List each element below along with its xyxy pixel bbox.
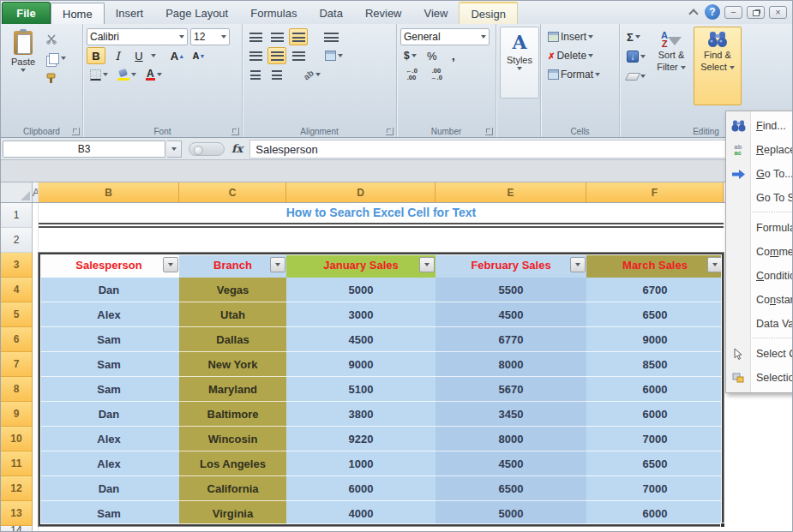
menu-item-selection-pane[interactable]: Selection Pane... [726, 366, 793, 390]
cell[interactable]: 8000 [436, 352, 586, 377]
cell[interactable]: 1000 [286, 451, 436, 476]
row-header-7[interactable]: 7 [1, 352, 33, 377]
cell-filler[interactable] [724, 501, 792, 526]
cell[interactable]: 8000 [436, 427, 586, 451]
cell[interactable]: 6000 [586, 501, 724, 526]
find-select-button[interactable]: Find & Select [694, 27, 742, 105]
cell[interactable] [33, 278, 39, 302]
increase-font-button[interactable]: A▲ [168, 47, 187, 64]
fill-color-button[interactable] [114, 66, 140, 83]
cell-filler[interactable] [724, 402, 792, 427]
tab-view[interactable]: View [413, 3, 460, 24]
cell-a2[interactable] [33, 228, 39, 253]
row-header-13[interactable]: 13 [1, 501, 33, 526]
comma-button[interactable]: , [444, 47, 463, 64]
cell[interactable]: 6500 [586, 451, 724, 476]
cell[interactable]: Wincosin [179, 427, 286, 451]
header-cell-branch[interactable]: Branch [179, 253, 286, 278]
column-header-d[interactable]: D [286, 182, 436, 202]
cell-empty[interactable] [39, 228, 724, 253]
cell[interactable]: 6500 [436, 476, 586, 501]
decrease-indent-button[interactable] [246, 66, 265, 83]
cell[interactable]: 6000 [286, 476, 436, 501]
font-dialog-launcher[interactable] [231, 128, 239, 135]
header-cell-february[interactable]: February Sales [436, 253, 586, 278]
cell[interactable]: Dan [39, 476, 179, 501]
tab-design[interactable]: Design [459, 2, 517, 24]
italic-button[interactable]: I [108, 47, 127, 64]
cell[interactable] [33, 327, 39, 352]
copy-button[interactable] [42, 50, 69, 67]
cell[interactable]: 6000 [586, 402, 724, 427]
cell[interactable] [33, 451, 39, 476]
number-dialog-launcher[interactable] [485, 128, 493, 135]
cell[interactable]: Vegas [179, 278, 286, 302]
paste-button[interactable]: Paste [4, 27, 42, 100]
filter-button-january[interactable] [419, 257, 435, 272]
format-painter-button[interactable] [42, 69, 69, 87]
menu-item-constants[interactable]: Constants [726, 288, 793, 312]
clipboard-dialog-launcher[interactable] [72, 128, 80, 135]
cell-filler[interactable] [724, 476, 792, 501]
cut-button[interactable] [42, 30, 69, 47]
orientation-button[interactable]: ab [300, 66, 324, 83]
align-right-button[interactable] [289, 47, 308, 64]
minimize-button[interactable]: − [724, 6, 742, 19]
tab-insert[interactable]: Insert [105, 3, 155, 24]
cell[interactable]: Utah [179, 302, 286, 327]
cell[interactable]: 5670 [436, 377, 586, 402]
column-header-c[interactable]: C [179, 182, 286, 202]
cell[interactable]: Dan [39, 402, 179, 427]
header-cell-january[interactable]: January Sales [286, 253, 436, 278]
filter-button-salesperson[interactable] [163, 257, 178, 272]
align-top-button[interactable] [246, 28, 265, 45]
cell[interactable]: 4500 [436, 451, 586, 476]
menu-item-conditional-formatting[interactable]: Conditional Formatting [726, 264, 793, 288]
font-size-select[interactable]: 12 [190, 28, 230, 45]
cell[interactable]: New York [179, 352, 286, 377]
cell[interactable] [33, 427, 39, 451]
delete-cells-button[interactable]: ✗Delete [544, 47, 597, 64]
tab-review[interactable]: Review [354, 3, 413, 24]
insert-cells-button[interactable]: Insert [544, 28, 597, 45]
cell[interactable]: Virginia [179, 501, 286, 526]
cell[interactable] [39, 526, 724, 532]
autosum-button[interactable]: Σ [623, 28, 649, 45]
header-cell-salesperson[interactable]: Salesperson [39, 253, 179, 278]
restore-button[interactable] [747, 6, 765, 19]
minimize-ribbon-icon[interactable] [689, 9, 697, 16]
row-header-14[interactable]: 14 [1, 526, 33, 532]
cell-filler[interactable] [724, 427, 792, 451]
row-header-5[interactable]: 5 [1, 302, 33, 327]
menu-item-formulas[interactable]: Formulas [726, 216, 793, 240]
menu-item-comments[interactable]: Comments [726, 240, 793, 264]
underline-button[interactable]: U [129, 47, 148, 64]
cell[interactable]: 7000 [586, 476, 724, 501]
tab-home[interactable]: Home [51, 3, 105, 24]
row-header-3[interactable]: 3 [1, 253, 33, 278]
cell[interactable]: Dallas [179, 327, 286, 352]
header-cell-march[interactable]: March Sales [586, 253, 724, 278]
format-cells-button[interactable]: Format [544, 66, 604, 83]
fill-button[interactable]: ↓ [623, 48, 649, 65]
align-middle-button[interactable] [267, 28, 286, 45]
increase-indent-button[interactable] [267, 66, 286, 83]
column-header-b[interactable]: B [39, 182, 179, 202]
align-center-button[interactable] [267, 47, 286, 64]
wrap-text-button[interactable] [321, 28, 340, 45]
row-header-6[interactable]: 6 [1, 327, 33, 352]
alignment-dialog-launcher[interactable] [386, 128, 393, 135]
currency-button[interactable]: $ [400, 47, 420, 64]
cell[interactable]: 8500 [586, 352, 724, 377]
cell[interactable]: 5000 [436, 501, 586, 526]
increase-decimal-button[interactable]: ←.0.00 [400, 66, 423, 83]
close-button[interactable]: × [769, 6, 787, 19]
decrease-font-button[interactable]: A▼ [189, 47, 208, 64]
filter-button-branch[interactable] [270, 257, 285, 272]
font-color-button[interactable]: A [142, 66, 165, 83]
cell[interactable]: 3800 [286, 402, 436, 427]
row-header-9[interactable]: 9 [1, 402, 33, 427]
cell[interactable]: Sam [39, 377, 179, 402]
cell[interactable]: 6000 [586, 377, 724, 402]
filter-button-february[interactable] [570, 257, 586, 272]
